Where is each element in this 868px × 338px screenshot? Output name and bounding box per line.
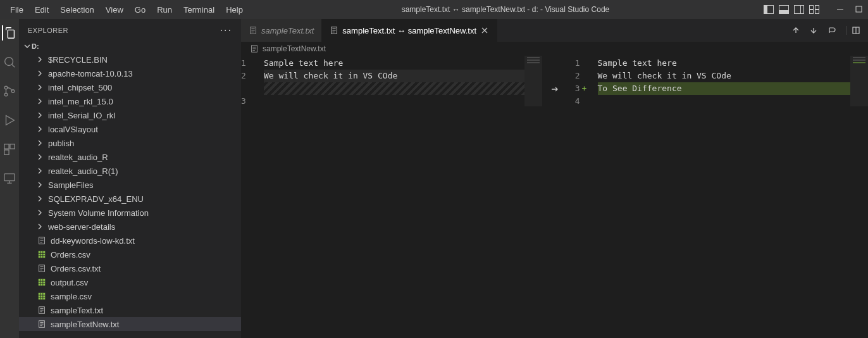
minimap-left[interactable] (524, 56, 542, 338)
csv-file-icon (37, 250, 47, 259)
tab-sampletext[interactable]: sampleText.txt (241, 19, 322, 42)
tree-row[interactable]: intel_chipset_500 (19, 80, 241, 94)
sidebar-header: EXPLORER ··· (19, 19, 241, 41)
svg-rect-11 (856, 6, 862, 12)
menu-file[interactable]: File (5, 3, 28, 17)
svg-marker-17 (6, 116, 15, 125)
svg-rect-8 (810, 10, 814, 14)
menubar-left: File Edit Selection View Go Run Terminal… (5, 3, 248, 17)
diff-right-pane[interactable]: 123+4 Sample text hereWe will check it i… (567, 56, 869, 338)
gutter-right: 123+4 (567, 56, 598, 338)
minimap-slider[interactable] (850, 56, 868, 106)
tree-label: intel_chipset_500 (48, 83, 112, 92)
minimap-slider[interactable] (524, 56, 542, 106)
breadcrumb-label: sampleTextNew.txt (263, 44, 326, 53)
text-file-icon (37, 264, 47, 273)
drive-header[interactable]: D: (19, 41, 241, 53)
activity-run-debug-icon[interactable] (2, 113, 17, 128)
text-file-icon (37, 306, 47, 315)
tree-row[interactable]: Orders.csv.txt (19, 261, 241, 275)
svg-rect-1 (764, 6, 767, 14)
chevron-right-icon (37, 196, 44, 202)
tree-row[interactable]: SampleFiles (19, 178, 241, 192)
code-line[interactable] (598, 95, 869, 108)
activity-explorer-icon[interactable] (2, 25, 17, 41)
tree-row[interactable]: sampleTextNew.txt (19, 317, 241, 331)
tree-row[interactable]: web-server-details (19, 220, 241, 234)
code-line[interactable] (264, 95, 542, 108)
whitespace-icon[interactable] (827, 26, 837, 35)
svg-rect-18 (4, 144, 9, 149)
tree-row[interactable]: realtek_audio_R (19, 150, 241, 164)
tree-row[interactable]: output.csv (19, 275, 241, 289)
activity-search-icon[interactable] (2, 54, 17, 70)
close-tab-icon[interactable] (480, 26, 489, 35)
minimap-right[interactable] (850, 56, 868, 338)
menu-selection[interactable]: Selection (55, 3, 99, 17)
toggle-primary-sidebar-icon[interactable] (763, 4, 774, 15)
svg-rect-3 (779, 11, 789, 14)
editor-actions (791, 19, 868, 42)
activity-bar (0, 19, 19, 338)
tree-row[interactable]: dd-keywords-low-kd.txt (19, 234, 241, 247)
code-right[interactable]: Sample text hereWe will check it in VS C… (598, 56, 869, 338)
menu-view[interactable]: View (101, 3, 128, 17)
next-change-icon[interactable] (809, 26, 818, 35)
code-line[interactable]: Sample text here (264, 57, 542, 70)
tree-row[interactable]: $RECYCLE.BIN (19, 53, 241, 66)
tree-label: System Volume Information (48, 208, 149, 218)
chevron-right-icon (37, 56, 44, 63)
tree-label: Orders.csv.txt (51, 264, 101, 273)
tab-diff[interactable]: sampleText.txt ↔ sampleTextNew.txt (322, 19, 497, 42)
tree-row[interactable]: intel_Serial_IO_rkl (19, 108, 241, 122)
toggle-secondary-sidebar-icon[interactable] (793, 4, 805, 15)
maximize-icon[interactable] (855, 6, 863, 13)
tree-row[interactable]: sample.csv (19, 289, 241, 303)
tree-label: sampleText.txt (51, 306, 103, 315)
code-line[interactable] (264, 82, 542, 95)
activity-extensions-icon[interactable] (2, 142, 17, 157)
menu-go[interactable]: Go (130, 3, 151, 17)
svg-rect-6 (810, 6, 814, 9)
diff-left-pane[interactable]: 123 Sample text hereWe will check it in … (241, 56, 542, 338)
svg-point-15 (4, 93, 8, 96)
tree-row[interactable]: Orders.csv (19, 247, 241, 261)
menu-edit[interactable]: Edit (30, 3, 54, 17)
tree-label: sampleTextNew.txt (51, 320, 119, 329)
breadcrumb[interactable]: sampleTextNew.txt (241, 42, 868, 56)
customize-layout-icon[interactable] (809, 4, 820, 15)
menu-help[interactable]: Help (221, 3, 248, 17)
menu-run[interactable]: Run (152, 3, 177, 17)
menu-terminal[interactable]: Terminal (178, 3, 220, 17)
chevron-right-icon (37, 84, 44, 91)
tree-row[interactable]: publish (19, 136, 241, 150)
activity-remote-icon[interactable] (2, 171, 17, 186)
code-line[interactable]: We will check it in VS COde (598, 70, 869, 82)
svg-rect-20 (4, 150, 9, 154)
sidebar-more-icon[interactable]: ··· (220, 25, 232, 36)
code-left[interactable]: Sample text hereWe will check it in VS C… (264, 56, 542, 338)
code-line[interactable]: To See Difference (598, 82, 869, 95)
main-row: EXPLORER ··· D: $RECYCLE.BINapache-tomca… (0, 19, 868, 338)
tree-row[interactable]: localVSlayout (19, 122, 241, 136)
minimize-icon[interactable] (836, 6, 844, 13)
code-line[interactable]: Sample text here (598, 57, 869, 70)
svg-rect-37 (39, 279, 46, 286)
sidebar: EXPLORER ··· D: $RECYCLE.BINapache-tomca… (19, 19, 241, 338)
svg-line-13 (12, 65, 15, 68)
chevron-right-icon (37, 98, 44, 104)
tree-row[interactable]: intel_me_rkl_15.0 (19, 94, 241, 108)
activity-source-control-icon[interactable] (2, 84, 17, 99)
tree-row[interactable]: SQLEXPRADV_x64_ENU (19, 192, 241, 206)
window-title: sampleText.txt ↔ sampleTextNew.txt - d: … (251, 5, 760, 14)
more-actions-icon[interactable] (846, 26, 860, 35)
tree-row[interactable]: System Volume Information (19, 206, 241, 220)
file-icon (330, 26, 338, 35)
tree-row[interactable]: apache-tomcat-10.0.13 (19, 66, 241, 80)
tree-label: publish (48, 139, 74, 148)
tree-row[interactable]: sampleText.txt (19, 303, 241, 317)
toggle-panel-icon[interactable] (778, 4, 790, 15)
code-line[interactable]: We will check it in VS COde (264, 70, 542, 82)
tree-row[interactable]: realtek_audio_R(1) (19, 164, 241, 178)
previous-change-icon[interactable] (791, 26, 800, 35)
